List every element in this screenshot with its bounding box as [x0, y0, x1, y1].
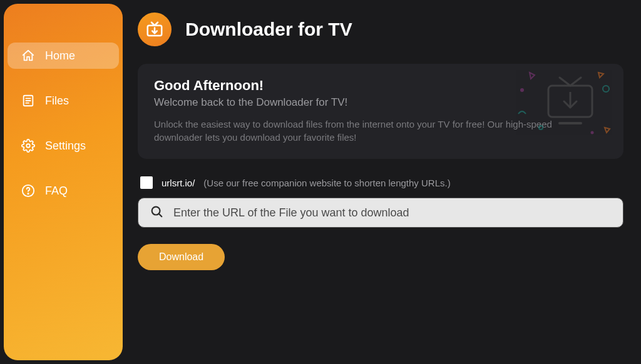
tv-download-icon — [145, 20, 164, 39]
svg-line-20 — [159, 214, 162, 216]
url-shortener-row: urlsrt.io/ (Use our free companion websi… — [140, 176, 623, 189]
welcome-heading: Good Afternoon! — [154, 78, 607, 94]
sidebar-item-label: Files — [45, 94, 69, 108]
url-bar — [138, 198, 623, 228]
sidebar-item-faq[interactable]: FAQ — [8, 178, 119, 204]
svg-marker-14 — [598, 73, 603, 78]
url-input[interactable] — [173, 206, 612, 220]
app-header: Downloader for TV — [138, 13, 623, 46]
search-icon — [150, 205, 163, 221]
sidebar-item-label: Settings — [45, 139, 86, 153]
gear-icon — [21, 139, 35, 153]
help-icon — [21, 184, 35, 198]
svg-point-6 — [28, 193, 28, 194]
sidebar-item-label: FAQ — [45, 185, 68, 198]
welcome-description: Unlock the easiest way to download files… — [154, 118, 555, 144]
welcome-subheading: Welcome back to the Downloader for TV! — [154, 96, 607, 109]
app-title: Downloader for TV — [185, 19, 352, 40]
download-button[interactable]: Download — [138, 244, 225, 270]
welcome-card: Good Afternoon! Welcome back to the Down… — [138, 64, 623, 159]
home-icon — [21, 49, 35, 63]
url-shortener-label: urlsrt.io/ — [162, 178, 195, 188]
url-shortener-hint: (Use our free companion website to short… — [203, 178, 450, 188]
sidebar-item-home[interactable]: Home — [8, 43, 119, 69]
sidebar-item-settings[interactable]: Settings — [8, 133, 119, 159]
files-icon — [21, 94, 35, 108]
app-logo — [138, 13, 172, 46]
main-content: Downloader for TV Good Afternoon! Welcom… — [123, 0, 641, 364]
url-shortener-checkbox[interactable] — [140, 176, 153, 189]
svg-point-4 — [26, 144, 30, 148]
sidebar-item-files[interactable]: Files — [8, 88, 119, 114]
svg-marker-17 — [605, 128, 610, 133]
sidebar: Home Files Settings FAQ — [4, 4, 123, 360]
sidebar-item-label: Home — [45, 49, 75, 63]
svg-point-18 — [591, 131, 594, 134]
